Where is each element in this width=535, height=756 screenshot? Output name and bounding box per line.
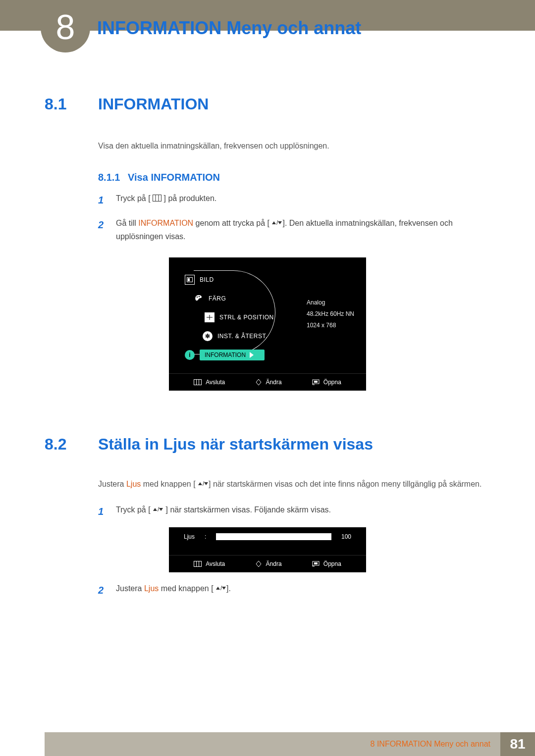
osd-label: INST. & ÅTERST. bbox=[217, 333, 268, 340]
step-2: 2 Gå till INFORMATION genom att trycka p… bbox=[98, 217, 490, 243]
osd-footer: Avsluta Ändra Öppna bbox=[169, 555, 366, 572]
osd-info-res: 1024 x 768 bbox=[307, 320, 354, 331]
osd-footer-change: Ändra bbox=[255, 560, 282, 567]
label: Ändra bbox=[266, 379, 282, 386]
subsection-8-1-1-heading: 8.1.1 Visa INFORMATION bbox=[98, 172, 490, 183]
step-number: 1 bbox=[98, 504, 108, 519]
step-number: 2 bbox=[98, 217, 108, 243]
svg-rect-5 bbox=[188, 278, 190, 281]
picture-icon bbox=[185, 275, 195, 285]
osd-footer: Avsluta Ändra Öppna bbox=[169, 373, 366, 391]
osd-label: FÄRG bbox=[209, 295, 226, 302]
text: Tryck på [ bbox=[116, 194, 151, 202]
label: Öppna bbox=[323, 379, 341, 386]
keyword-information: INFORMATION bbox=[138, 219, 193, 227]
svg-rect-0 bbox=[153, 195, 161, 201]
section-8-2-heading: 8.2 Ställa in Ljus när startskärmen visa… bbox=[45, 435, 490, 454]
text: Justera bbox=[116, 584, 144, 593]
svg-text:/: / bbox=[220, 585, 222, 592]
svg-text:/: / bbox=[276, 219, 278, 226]
label: Ändra bbox=[266, 560, 282, 567]
step-1: 1 Tryck på [ / ] när startskärmen visas.… bbox=[98, 504, 490, 519]
svg-rect-11 bbox=[194, 380, 202, 385]
footer-breadcrumb: 8 INFORMATION Meny och annat bbox=[45, 732, 500, 756]
section-8-2-intro: Justera Ljus med knappen [ / ] när start… bbox=[98, 478, 490, 491]
up-down-icon: / bbox=[153, 504, 163, 517]
osd-info-panel: Analog 48.2kHz 60Hz NN 1024 x 768 bbox=[307, 297, 354, 331]
chapter-number-badge: 8 bbox=[41, 3, 90, 52]
osd-item-bild: BILD bbox=[185, 270, 366, 289]
text: Justera bbox=[98, 480, 126, 488]
triangle-right-icon bbox=[250, 352, 254, 358]
step-number: 1 bbox=[98, 192, 108, 208]
up-down-diamond-icon bbox=[255, 560, 262, 567]
palette-icon bbox=[194, 294, 204, 303]
up-down-icon: / bbox=[198, 479, 209, 491]
text: ] när startskärmen visas och det inte fi… bbox=[209, 480, 482, 488]
osd-selected-pill: INFORMATION bbox=[200, 350, 265, 360]
label: Avsluta bbox=[206, 379, 225, 386]
enter-icon bbox=[312, 379, 320, 385]
svg-point-6 bbox=[197, 296, 198, 297]
page-content: 8.1 INFORMATION Visa den aktuella inmatn… bbox=[45, 89, 490, 598]
label: Avsluta bbox=[206, 560, 225, 567]
info-icon: i bbox=[185, 350, 195, 360]
step-number: 2 bbox=[98, 582, 108, 598]
osd-separator: : bbox=[205, 533, 206, 540]
up-down-diamond-icon bbox=[255, 379, 262, 386]
svg-rect-22 bbox=[314, 562, 318, 564]
step-body: Gå till INFORMATION genom att trycka på … bbox=[116, 217, 490, 243]
section-title: INFORMATION bbox=[98, 95, 209, 113]
label: Öppna bbox=[323, 560, 341, 567]
osd-footer-exit: Avsluta bbox=[194, 379, 225, 386]
section-title: Ställa in Ljus när startskärmen visas bbox=[98, 435, 373, 454]
section-8-2: 8.2 Ställa in Ljus när startskärmen visa… bbox=[45, 435, 490, 598]
step-body: Tryck på [ / ] när startskärmen visas. F… bbox=[116, 504, 490, 519]
keyword-ljus: Ljus bbox=[144, 584, 159, 593]
enter-icon bbox=[312, 561, 320, 567]
osd-info-freq: 48.2kHz 60Hz NN bbox=[307, 308, 354, 320]
osd-footer-exit: Avsluta bbox=[194, 560, 225, 567]
svg-text:/: / bbox=[158, 506, 160, 513]
step-body: Tryck på [ ] på produkten. bbox=[116, 192, 490, 208]
osd-info-source: Analog bbox=[307, 297, 354, 308]
svg-rect-18 bbox=[194, 561, 202, 566]
section-number: 8.2 bbox=[45, 435, 79, 454]
step-body: Justera Ljus med knappen [ / ]. bbox=[116, 582, 490, 598]
osd-brightness-value: 100 bbox=[341, 533, 351, 540]
text: ]. bbox=[226, 584, 231, 593]
section-8-1-heading: 8.1 INFORMATION bbox=[45, 95, 490, 113]
text: ] när startskärmen visas. Följande skärm… bbox=[166, 505, 331, 514]
osd-footer-open: Öppna bbox=[312, 379, 341, 386]
svg-rect-15 bbox=[314, 381, 318, 383]
keyword-ljus: Ljus bbox=[126, 480, 141, 488]
chapter-title: INFORMATION Meny och annat bbox=[97, 18, 361, 39]
subsection-title: Visa INFORMATION bbox=[128, 172, 220, 183]
text: Tryck på [ bbox=[116, 505, 151, 514]
text: ] på produkten. bbox=[164, 194, 217, 202]
page-number: 81 bbox=[500, 732, 535, 756]
text: med knappen [ bbox=[159, 584, 213, 593]
section-8-1-intro: Visa den aktuella inmatningskällan, frek… bbox=[98, 140, 490, 152]
up-down-icon: / bbox=[271, 217, 282, 230]
brightness-bar-fill bbox=[216, 534, 331, 540]
menu-button-icon bbox=[194, 379, 202, 385]
menu-button-icon bbox=[194, 561, 202, 567]
osd-brightness-label: Ljus bbox=[184, 533, 195, 540]
svg-text:/: / bbox=[203, 480, 205, 487]
osd-label: STRL & POSITION bbox=[219, 314, 274, 321]
osd-brightness-screenshot: Ljus : 100 Avsluta Ändra Öppna bbox=[169, 527, 366, 572]
osd-footer-change: Ändra bbox=[255, 379, 282, 386]
grid-icon bbox=[205, 312, 214, 322]
section-number: 8.1 bbox=[45, 95, 79, 113]
subsection-number: 8.1.1 bbox=[98, 172, 120, 183]
osd-footer-open: Öppna bbox=[312, 560, 341, 567]
osd-label: INFORMATION bbox=[205, 352, 246, 358]
osd-item-information: i INFORMATION bbox=[185, 346, 366, 364]
osd-brightness-row: Ljus : 100 bbox=[169, 527, 366, 546]
osd-label: BILD bbox=[200, 276, 214, 283]
step-2: 2 Justera Ljus med knappen [ / ]. bbox=[98, 582, 490, 598]
page-footer: 8 INFORMATION Meny och annat 81 bbox=[0, 732, 535, 756]
text: Gå till bbox=[116, 219, 138, 227]
osd-menu-screenshot: BILD FÄRG STRL & POSITION ✻ INST. & ÅTER… bbox=[169, 257, 366, 391]
